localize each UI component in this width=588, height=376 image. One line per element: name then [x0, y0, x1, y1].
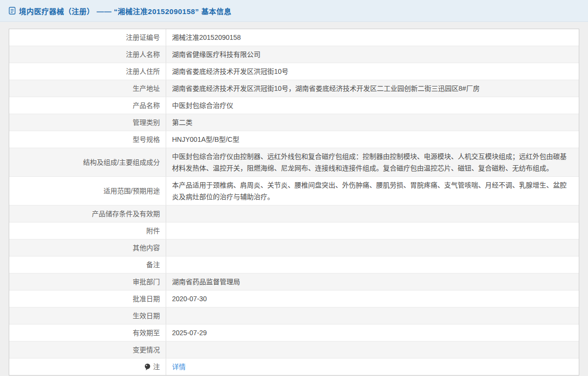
- row-label-text: 管理类别: [133, 117, 160, 128]
- row-label-text: 注册人住所: [126, 66, 160, 77]
- row-label: 批准日期: [9, 291, 166, 307]
- row-value: [166, 342, 579, 358]
- row-label: 型号规格: [9, 131, 166, 148]
- document-icon: [9, 7, 16, 15]
- row-label-text: 注: [153, 361, 160, 373]
- table-row: 其他内容: [9, 239, 579, 256]
- table-row: 型号规格 HNJY001A型/B型/C型: [9, 131, 579, 148]
- row-value: 详情: [166, 359, 579, 375]
- row-value: 湖南省娄底经济技术开发区洪冠街10号: [166, 63, 579, 80]
- table-row: 适用范围/预期用途 本产品适用于颈椎病、肩周炎、关节炎、腰椎间盘突出、外伤肿痛、…: [9, 176, 579, 205]
- balloon-icon: [144, 363, 151, 371]
- row-label-text: 注册证编号: [126, 32, 160, 43]
- page-header: 境内医疗器械（注册） —— “湘械注准20152090158” 基本信息: [0, 0, 588, 22]
- row-label: 注册人住所: [9, 63, 166, 80]
- row-label-text: 变更情况: [133, 344, 160, 356]
- row-label: 其他内容: [9, 239, 166, 256]
- row-value: 中医封包综合治疗仪由控制器、远红外线包和复合磁疗包组成：控制器由控制模块、电源模…: [166, 148, 579, 176]
- row-value: [166, 239, 579, 256]
- row-label: 管理类别: [9, 114, 166, 131]
- row-value: 2020-07-30: [166, 291, 579, 307]
- table-row: 注册证编号 湘械注准20152090158: [9, 29, 579, 46]
- row-value: 2025-07-29: [166, 325, 579, 341]
- row-label-text: 产品储存条件及有效期: [92, 208, 160, 220]
- row-label: 结构及组成/主要组成成分: [9, 148, 166, 176]
- table-row: 附件: [9, 222, 579, 239]
- row-label-text: 批准日期: [133, 293, 160, 305]
- table-row: 管理类别 第二类: [9, 114, 579, 131]
- info-table: 注册证编号 湘械注准20152090158 注册人名称 湖南省健缘医疗科技有限公…: [9, 29, 579, 376]
- row-value: 湖南省健缘医疗科技有限公司: [166, 46, 579, 63]
- detail-link[interactable]: 详情: [172, 363, 186, 371]
- row-label: 备注: [9, 256, 166, 273]
- row-label: 产品名称: [9, 97, 166, 114]
- row-label-text: 备注: [146, 259, 160, 271]
- row-value: 湖南省娄底经济技术开发区洪冠街10号，湖南省娄底经济技术开发区二工业园创新二街三…: [166, 80, 579, 97]
- table-row: 生产地址 湖南省娄底经济技术开发区洪冠街10号，湖南省娄底经济技术开发区二工业园…: [9, 80, 579, 97]
- row-value: 第二类: [166, 114, 579, 131]
- row-value: HNJY001A型/B型/C型: [166, 131, 579, 148]
- row-label: 生产地址: [9, 80, 166, 97]
- row-label-text: 产品名称: [133, 100, 160, 111]
- row-value: 中医封包综合治疗仪: [166, 97, 579, 114]
- table-row: 有效期至 2025-07-29: [9, 324, 579, 341]
- row-label: 变更情况: [9, 342, 166, 358]
- table-row: 注册人名称 湖南省健缘医疗科技有限公司: [9, 46, 579, 63]
- row-label: 产品储存条件及有效期: [9, 205, 166, 222]
- table-row: 产品名称 中医封包综合治疗仪: [9, 97, 579, 114]
- table-row: 备注: [9, 256, 579, 273]
- table-row: 审批部门 湖南省药品监督管理局: [9, 273, 579, 290]
- row-label: 有效期至: [9, 325, 166, 341]
- row-value: [166, 222, 579, 239]
- row-value: [166, 308, 579, 324]
- row-label: 注册人名称: [9, 46, 166, 63]
- row-label: 审批部门: [9, 273, 166, 290]
- table-row: 产品储存条件及有效期: [9, 205, 579, 222]
- row-label-text: 附件: [146, 225, 160, 237]
- row-value: [166, 256, 579, 273]
- row-label-text: 审批部门: [133, 276, 160, 288]
- row-label-text: 其他内容: [133, 242, 160, 254]
- table-row: 批准日期 2020-07-30: [9, 290, 579, 307]
- row-label-text: 注册人名称: [126, 49, 160, 60]
- row-label: 注: [9, 359, 166, 375]
- row-label-text: 型号规格: [133, 134, 160, 145]
- row-value: [166, 205, 579, 222]
- row-label-text: 适用范围/预期用途: [104, 185, 160, 197]
- page-title: 境内医疗器械（注册） —— “湘械注准20152090158” 基本信息: [19, 6, 231, 16]
- table-row: 注册人住所 湖南省娄底经济技术开发区洪冠街10号: [9, 63, 579, 80]
- row-value: 本产品适用于颈椎病、肩周炎、关节炎、腰椎间盘突出、外伤肿痛、腰肌劳损、胃脘疼痛、…: [166, 177, 579, 205]
- row-label: 生效日期: [9, 308, 166, 324]
- row-label: 注册证编号: [9, 29, 166, 46]
- row-label: 适用范围/预期用途: [9, 177, 166, 205]
- row-label: 附件: [9, 222, 166, 239]
- table-row: 注 详情: [9, 358, 579, 375]
- row-value: 湖南省药品监督管理局: [166, 273, 579, 290]
- row-label-text: 结构及组成/主要组成成分: [83, 156, 160, 168]
- row-label-text: 有效期至: [133, 327, 160, 339]
- row-label-text: 生效日期: [133, 310, 160, 322]
- table-row: 生效日期: [9, 307, 579, 324]
- table-row: 结构及组成/主要组成成分 中医封包综合治疗仪由控制器、远红外线包和复合磁疗包组成…: [9, 148, 579, 176]
- table-rows: 注册证编号 湘械注准20152090158 注册人名称 湖南省健缘医疗科技有限公…: [9, 29, 579, 375]
- row-label-text: 生产地址: [133, 83, 160, 94]
- table-row: 变更情况: [9, 341, 579, 358]
- row-value: 湘械注准20152090158: [166, 29, 579, 46]
